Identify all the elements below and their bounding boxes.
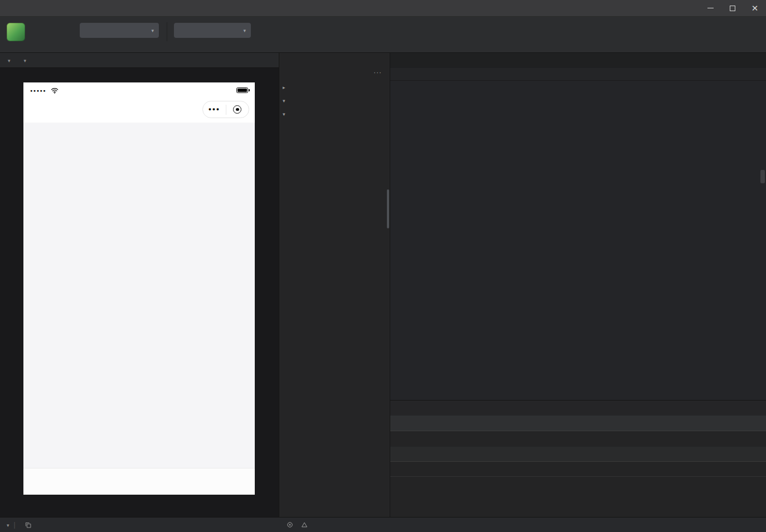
editor-panel — [390, 53, 766, 517]
capsule-menu: ●●● — [202, 101, 249, 118]
mode-select[interactable]: ▾ — [80, 23, 159, 38]
wxml-tree-area[interactable] — [390, 431, 766, 447]
titlebar: ✕ — [0, 0, 766, 17]
wifi-icon — [51, 87, 59, 94]
pages-section[interactable]: ▾ — [279, 94, 390, 108]
styles-tab-bar — [390, 447, 766, 462]
devtools-toolbar — [390, 416, 766, 431]
miniapp-content — [23, 123, 255, 468]
wechat-devtools-window: ✕ ▾ ▾ ▾ ▾ — [0, 0, 766, 532]
maximize-button[interactable] — [721, 0, 744, 17]
debugger-tab-bar — [390, 401, 766, 416]
toolbar: ▾ ▾ — [0, 17, 766, 53]
close-button[interactable]: ✕ — [744, 0, 766, 17]
user-avatar[interactable] — [7, 23, 25, 41]
exit-miniapp-button[interactable] — [226, 101, 249, 118]
chevron-down-icon: ▾ — [143, 28, 154, 33]
error-icon — [287, 521, 293, 528]
simulator-stage: ●●●●● ●●● — [0, 68, 279, 517]
editor-tabs — [390, 53, 766, 68]
editor-scrollbar[interactable] — [760, 170, 765, 183]
outline-section[interactable]: ▾ — [279, 108, 390, 121]
styles-content-area[interactable] — [390, 477, 766, 517]
more-menu-button[interactable]: ●●● — [203, 101, 226, 118]
simulator-panel: ▾ ▾ ●●●●● — [0, 53, 279, 517]
explorer-panel: ··· ▸ ▾ ▾ — [279, 53, 390, 517]
minimize-button[interactable] — [699, 0, 721, 17]
signal-icon: ●●●●● — [30, 89, 46, 92]
window-controls: ✕ — [699, 0, 766, 17]
warning-count[interactable] — [301, 521, 310, 528]
simulator-header: ▾ ▾ — [0, 53, 279, 68]
hot-reload-toggle[interactable]: ▾ — [24, 56, 27, 64]
explorer-more-icon[interactable]: ··· — [374, 69, 382, 76]
miniapp-tabbar — [23, 468, 255, 495]
explorer-header: ··· — [279, 64, 390, 81]
debugger-panel — [390, 400, 766, 517]
code-editor[interactable] — [390, 81, 766, 400]
page-path-selector[interactable]: ▾ — [7, 521, 9, 529]
warning-icon — [301, 521, 308, 528]
error-count[interactable] — [287, 521, 295, 528]
explorer-scrollbar[interactable] — [387, 189, 389, 228]
compile-select[interactable]: ▾ — [174, 23, 251, 38]
chevron-down-icon: ▾ — [235, 28, 246, 33]
battery-icon — [236, 87, 248, 93]
statusbar: ▾ | — [0, 517, 766, 532]
copy-icon[interactable] — [25, 521, 32, 529]
phone-navbar: ●●● — [23, 97, 255, 123]
breadcrumb — [390, 68, 766, 81]
main-area: ▾ ▾ ●●●●● — [0, 53, 766, 517]
phone-screen: ●●●●● ●●● — [23, 82, 255, 495]
device-select[interactable]: ▾ — [8, 56, 11, 64]
phone-statusbar: ●●●●● — [23, 82, 255, 97]
styles-filter-row — [390, 462, 766, 477]
open-editors-section[interactable]: ▸ — [279, 81, 390, 94]
